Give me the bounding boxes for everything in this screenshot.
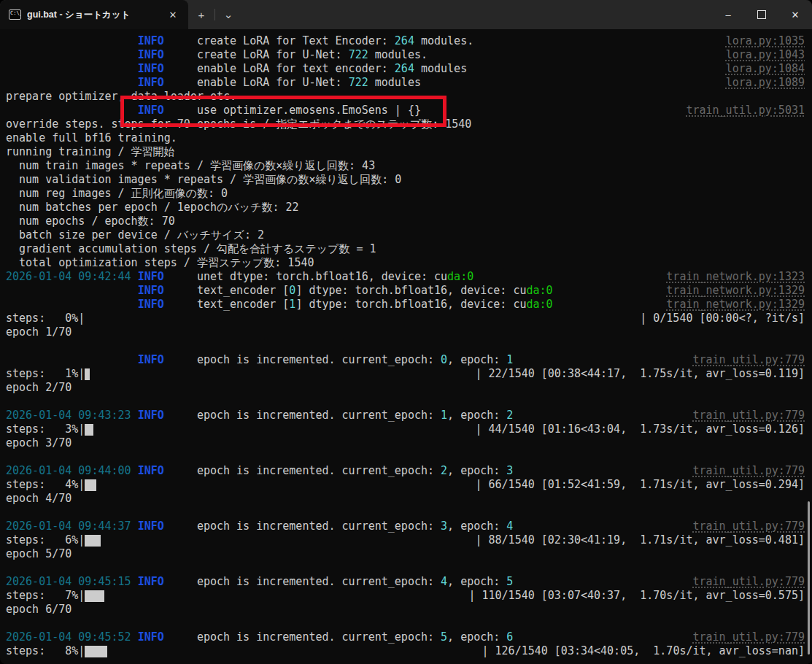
text-segment: create LoRA for U-Net: xyxy=(164,48,349,61)
terminal-line: prepare optimizer, data loader etc. xyxy=(6,90,812,104)
terminal-line: enable full bf16 training. xyxy=(6,131,812,145)
terminal-line: INFO enable LoRA for U-Net: 722 modulesl… xyxy=(6,76,812,90)
text-segment: train_util.py:779 xyxy=(692,464,805,477)
tab-close-icon[interactable]: ✕ xyxy=(163,5,182,24)
terminal-line: epoch 1/70 xyxy=(6,325,812,339)
text-segment: INFO xyxy=(138,353,164,366)
text-segment: steps: 6%| xyxy=(6,533,85,547)
terminal-line: steps: 8%|| 126/1540 [03:34<40:05, 1.70s… xyxy=(6,644,812,658)
text-segment: 6 xyxy=(506,630,513,644)
text-segment: train_network.py:1329 xyxy=(666,298,805,311)
text-segment: modules xyxy=(414,62,467,75)
cmd-shortcut-icon: C:\_ xyxy=(9,9,21,20)
text-segment: 264 xyxy=(395,62,414,75)
text-segment: epoch 1/70 xyxy=(6,325,71,339)
text-segment: steps: 4%| xyxy=(6,478,85,491)
text-segment: INFO xyxy=(138,284,164,297)
right-aligned-text: | 110/1540 [03:07<40:37, 1.70s/it, avr_l… xyxy=(468,589,805,603)
text-segment: use optimizer.emosens.EmoSens | {} xyxy=(164,104,421,117)
new-tab-button[interactable]: + xyxy=(188,0,214,29)
right-aligned-text: train_network.py:1329 xyxy=(666,284,805,298)
text-segment: | 88/1540 [02:30<41:19, 1.71s/it, avr_lo… xyxy=(475,533,805,547)
terminal-line: epoch 2/70 xyxy=(6,381,812,395)
text-segment: | 22/1540 [00:38<44:17, 1.75s/it, avr_lo… xyxy=(475,367,805,380)
text-segment: enable full bf16 training. xyxy=(6,131,177,144)
text-segment: epoch is incremented. current_epoch: xyxy=(164,630,441,644)
text-segment xyxy=(6,34,138,47)
text-segment: override steps. steps for 70 epochs is /… xyxy=(6,117,471,131)
text-segment: INFO xyxy=(138,630,164,644)
terminal-line: steps: 1%|| 22/1540 [00:38<44:17, 1.75s/… xyxy=(6,367,812,381)
right-aligned-text: | 66/1540 [01:52<41:59, 1.71s/it, avr_lo… xyxy=(475,478,805,492)
maximize-button[interactable] xyxy=(745,0,778,29)
terminal-line: INFO use optimizer.emosens.EmoSens | {}t… xyxy=(6,104,812,117)
tab-title: gui.bat - ショートカット xyxy=(27,9,158,21)
text-segment: da:0 xyxy=(526,284,552,297)
text-segment: 722 xyxy=(349,76,368,89)
text-segment: da:0 xyxy=(447,270,473,283)
text-segment: ] dtype: torch.bfloat16, device: cu xyxy=(295,284,526,297)
text-segment: enable LoRA for U-Net: xyxy=(164,76,349,89)
text-segment: | 66/1540 [01:52<41:59, 1.71s/it, avr_lo… xyxy=(475,478,805,491)
text-segment: 4 xyxy=(506,520,513,533)
terminal-line: INFO text_encoder [0] dtype: torch.bfloa… xyxy=(6,284,812,298)
right-aligned-text: lora.py:1043 xyxy=(726,48,805,62)
terminal-line: 2026-01-04 09:44:00 INFO epoch is increm… xyxy=(6,464,812,478)
right-aligned-text: | 88/1540 [02:30<41:19, 1.71s/it, avr_lo… xyxy=(475,533,805,547)
text-segment: gradient accumulation steps / 勾配を合計するステッ… xyxy=(6,242,376,255)
progress-bar-fill xyxy=(85,646,107,657)
terminal-line xyxy=(6,617,812,630)
terminal-line: num batches per epoch / 1epochのバッチ数: 22 xyxy=(6,201,812,215)
text-segment: lora.py:1043 xyxy=(726,48,805,61)
text-segment: , epoch: xyxy=(447,409,506,422)
text-segment: 1 xyxy=(506,353,513,366)
terminal-line: epoch 4/70 xyxy=(6,492,812,506)
minimize-button[interactable]: – xyxy=(711,0,745,29)
text-segment xyxy=(6,104,138,117)
text-segment: unet dtype: torch.bfloat16, device: cu xyxy=(164,270,447,283)
text-segment: num validation images * repeats / 学習画像の数… xyxy=(6,173,401,186)
terminal-line: steps: 7%|| 110/1540 [03:07<40:37, 1.70s… xyxy=(6,589,812,603)
text-segment: num reg images / 正則化画像の数: 0 xyxy=(6,187,228,200)
text-segment: INFO xyxy=(138,270,164,283)
text-segment: 722 xyxy=(349,48,368,61)
text-segment: INFO xyxy=(138,76,164,89)
text-segment: epoch is incremented. current_epoch: xyxy=(164,353,441,366)
terminal-line: steps: 3%|| 44/1540 [01:16<43:04, 1.73s/… xyxy=(6,422,812,436)
text-segment: epoch 2/70 xyxy=(6,381,71,394)
terminal-line: INFO text_encoder [1] dtype: torch.bfloa… xyxy=(6,298,812,312)
tab-dropdown-button[interactable]: ⌄ xyxy=(215,0,241,29)
text-segment: 0 xyxy=(441,353,447,366)
text-segment: 4 xyxy=(441,575,447,588)
scrollbar-thumb[interactable] xyxy=(808,501,810,655)
terminal-line: epoch 3/70 xyxy=(6,436,812,450)
terminal-viewport[interactable]: INFO create LoRA for Text Encoder: 264 m… xyxy=(0,29,812,664)
titlebar-drag-area[interactable] xyxy=(241,0,711,29)
text-segment: 3 xyxy=(506,464,513,477)
terminal-line: INFO create LoRA for Text Encoder: 264 m… xyxy=(6,34,812,48)
text-segment: | 126/1540 [03:34<40:05, 1.70s/it, avr_l… xyxy=(482,644,805,657)
right-aligned-text: train_network.py:1323 xyxy=(666,270,805,284)
terminal-line: INFO epoch is incremented. current_epoch… xyxy=(6,353,812,367)
terminal-line: steps: 6%|| 88/1540 [02:30<41:19, 1.71s/… xyxy=(6,533,812,547)
close-button[interactable]: ✕ xyxy=(778,0,812,29)
terminal-line xyxy=(6,506,812,520)
text-segment: train_util.py:779 xyxy=(692,575,805,588)
terminal-line: num validation images * repeats / 学習画像の数… xyxy=(6,173,812,187)
terminal-line: num train images * repeats / 学習画像の数×繰り返し… xyxy=(6,159,812,173)
terminal-line: INFO create LoRA for U-Net: 722 modules.… xyxy=(6,48,812,62)
text-segment: INFO xyxy=(138,464,164,477)
text-segment: 2 xyxy=(506,409,513,422)
text-segment: ] dtype: torch.bfloat16, device: cu xyxy=(295,298,526,311)
text-segment: 2026-01-04 09:42:44 xyxy=(6,270,138,283)
text-segment: modules xyxy=(368,76,421,89)
terminal-line: override steps. steps for 70 epochs is /… xyxy=(6,117,812,131)
tab-gui-bat[interactable]: C:\_ gui.bat - ショートカット ✕ xyxy=(0,0,188,29)
text-segment: train_util.py:779 xyxy=(692,353,805,366)
text-segment: train_util.py:779 xyxy=(692,520,805,533)
text-segment: train_network.py:1323 xyxy=(666,270,805,283)
text-segment: epoch is incremented. current_epoch: xyxy=(164,575,441,588)
text-segment: 2026-01-04 09:45:15 xyxy=(6,575,138,588)
text-segment: num train images * repeats / 学習画像の数×繰り返し… xyxy=(6,159,375,172)
right-aligned-text: train_util.py:779 xyxy=(692,464,805,478)
